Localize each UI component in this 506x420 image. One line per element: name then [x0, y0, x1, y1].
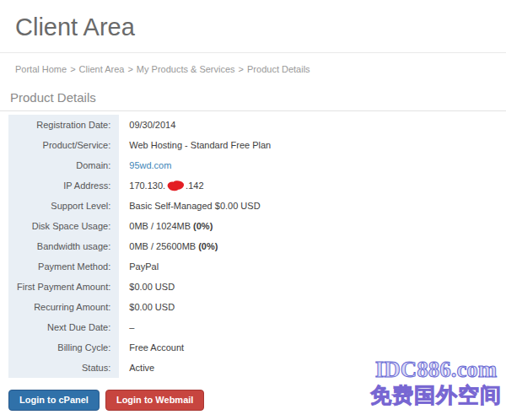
- product-details-body: Registration Date:09/30/2014Product/Serv…: [8, 115, 506, 378]
- breadcrumb: Portal Home>Client Area>My Products & Se…: [15, 64, 506, 75]
- row-label: Disk Space Usage:: [8, 216, 119, 236]
- row-value: –: [119, 317, 506, 337]
- row-value: 0MB / 25600MB (0%): [119, 236, 506, 256]
- usage-value: 0MB / 1024MB: [129, 221, 193, 231]
- table-row: Recurring Amount:$0.00 USD: [8, 297, 506, 317]
- login-webmail-button[interactable]: Login to Webmail: [105, 390, 204, 411]
- breadcrumb-link[interactable]: Portal Home: [15, 64, 67, 74]
- row-label: Product/Service:: [8, 135, 119, 155]
- table-row: Domain:95wd.com: [8, 155, 506, 175]
- row-value: PayPal: [119, 256, 506, 277]
- row-value: Active: [119, 358, 506, 378]
- row-label: Bandwidth usage:: [8, 236, 119, 256]
- row-label: IP Address:: [8, 175, 119, 196]
- header-divider: [0, 52, 506, 53]
- breadcrumb-link[interactable]: Client Area: [79, 64, 125, 74]
- row-value: 09/30/2014: [119, 115, 506, 135]
- row-value: 95wd.com: [119, 155, 506, 175]
- breadcrumb-link[interactable]: Product Details: [247, 64, 310, 74]
- table-row: IP Address:170.130..142: [8, 175, 506, 196]
- breadcrumb-link[interactable]: My Products & Services: [137, 64, 235, 74]
- table-row: Payment Method:PayPal: [8, 256, 506, 277]
- ip-prefix: 170.130.: [129, 180, 165, 191]
- row-label: Status:: [8, 358, 119, 378]
- row-label: Recurring Amount:: [8, 297, 119, 317]
- table-row: Product/Service:Web Hosting - Standard F…: [8, 135, 506, 155]
- row-value: Free Account: [119, 337, 506, 358]
- row-label: Support Level:: [8, 196, 119, 216]
- row-label: Next Due Date:: [8, 317, 119, 337]
- table-row: Billing Cycle:Free Account: [8, 337, 506, 358]
- usage-percent: (0%): [193, 221, 213, 231]
- breadcrumb-separator: >: [239, 64, 244, 74]
- breadcrumb-separator: >: [127, 64, 132, 74]
- table-row: Status:Active: [8, 358, 506, 378]
- page-title: Client Area: [0, 0, 506, 41]
- table-row: Next Due Date:–: [8, 317, 506, 337]
- row-label: Billing Cycle:: [8, 337, 119, 358]
- row-label: First Payment Amount:: [8, 277, 119, 297]
- usage-percent: (0%): [198, 241, 218, 251]
- row-value: 0MB / 1024MB (0%): [119, 216, 506, 236]
- row-value: $0.00 USD: [119, 297, 506, 317]
- table-row: Registration Date:09/30/2014: [8, 115, 506, 135]
- row-label: Payment Method:: [8, 256, 119, 277]
- row-label: Domain:: [8, 155, 119, 175]
- table-row: First Payment Amount:$0.00 USD: [8, 277, 506, 297]
- row-value: 170.130..142: [119, 175, 506, 196]
- table-row: Disk Space Usage:0MB / 1024MB (0%): [8, 216, 506, 236]
- product-details-table: Registration Date:09/30/2014Product/Serv…: [8, 115, 506, 378]
- table-row: Support Level:Basic Self-Managed $0.00 U…: [8, 196, 506, 216]
- usage-value: 0MB / 25600MB: [129, 241, 198, 251]
- action-buttons: Login to cPanel Login to Webmail: [8, 390, 506, 411]
- table-row: Bandwidth usage:0MB / 25600MB (0%): [8, 236, 506, 256]
- row-value: Web Hosting - Standard Free Plan: [119, 135, 506, 155]
- domain-link[interactable]: 95wd.com: [129, 160, 171, 170]
- section-header: Product Details: [0, 90, 506, 111]
- row-label: Registration Date:: [8, 115, 119, 135]
- section-title: Product Details: [10, 90, 506, 105]
- ip-suffix: .142: [186, 180, 203, 191]
- login-cpanel-button[interactable]: Login to cPanel: [8, 390, 100, 411]
- breadcrumb-separator: >: [70, 64, 75, 74]
- row-value: $0.00 USD: [119, 277, 506, 297]
- redaction-scribble-icon: [165, 179, 185, 192]
- row-value: Basic Self-Managed $0.00 USD: [119, 196, 506, 216]
